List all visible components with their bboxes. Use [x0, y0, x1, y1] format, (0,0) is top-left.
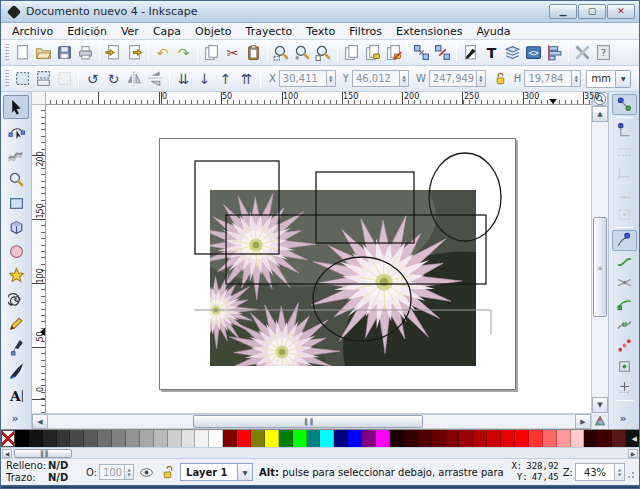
- xml-editor-button[interactable]: <>: [523, 42, 544, 64]
- group-objects-button[interactable]: [411, 42, 432, 64]
- tool-pencil[interactable]: [3, 311, 29, 335]
- palette-swatch-6d6d6d[interactable]: [98, 430, 112, 447]
- drawn-rectangle-1[interactable]: [195, 161, 279, 254]
- lower-to-bottom-button[interactable]: ⇊: [173, 68, 194, 90]
- snap-rotation-center-button[interactable]: [612, 377, 637, 398]
- vscroll-thumb[interactable]: ≡: [593, 217, 607, 317]
- palette-swatch-bababa[interactable]: [154, 430, 168, 447]
- paste-button[interactable]: [243, 42, 264, 64]
- tool-node-editor[interactable]: [3, 119, 29, 143]
- palette-swatch-ffffff[interactable]: [209, 430, 223, 447]
- cut-button[interactable]: ✂: [222, 42, 243, 64]
- toolbox-overflow-button[interactable]: »: [11, 412, 18, 425]
- layer-dropdown-arrow[interactable]: ▼: [238, 463, 253, 481]
- palette-scroll-left-arrow[interactable]: ◀: [2, 449, 12, 458]
- menu-trayecto[interactable]: Trayecto: [239, 24, 300, 39]
- y-spinner[interactable]: ▲▼: [400, 70, 409, 87]
- palette-swatch-800000[interactable]: [446, 430, 460, 447]
- palette-swatch-f1f1f1[interactable]: [195, 430, 209, 447]
- fill-stroke-indicator[interactable]: Relleno: N/D Trazo: N/D: [6, 460, 78, 484]
- x-spinner[interactable]: ▲▼: [327, 70, 336, 87]
- horizontal-ruler[interactable]: 050100150200250300350: [46, 92, 591, 105]
- palette-swatch-e60000[interactable]: [501, 430, 515, 447]
- drawn-ellipse-4[interactable]: [429, 153, 501, 241]
- lower-button[interactable]: ↓: [194, 68, 215, 90]
- raise-button[interactable]: ↑: [215, 68, 236, 90]
- x-input[interactable]: 30,411: [279, 70, 327, 87]
- rotate-cw-button[interactable]: ↻: [103, 68, 124, 90]
- zoom-spinner[interactable]: ▲▼: [615, 463, 625, 481]
- palette-swatch-ff3333[interactable]: [529, 430, 543, 447]
- zoom-control[interactable]: Z: 43% ▲▼: [563, 463, 625, 481]
- menu-objeto[interactable]: Objeto: [188, 24, 239, 39]
- layers-dialog-button[interactable]: [502, 42, 523, 64]
- new-document-button[interactable]: [12, 42, 33, 64]
- palette-swatch-none[interactable]: [1, 430, 15, 447]
- tool-rectangle[interactable]: [3, 191, 29, 215]
- palette-scroll-thumb[interactable]: ▐▐: [14, 449, 72, 458]
- zoom-page-button[interactable]: [313, 42, 334, 64]
- snap-cusp-nodes-button[interactable]: [612, 293, 637, 314]
- tool-bezier-pen[interactable]: [3, 335, 29, 359]
- palette-swatch-5a5a5a[interactable]: [84, 430, 98, 447]
- zoom-selection-button[interactable]: [271, 42, 292, 64]
- palette-swatch-800000[interactable]: [223, 430, 237, 447]
- preferences-button[interactable]: [572, 42, 593, 64]
- palette-swatch-008080[interactable]: [307, 430, 321, 447]
- palette-swatch-ff0000[interactable]: [237, 430, 251, 447]
- maximize-button[interactable]: ▢: [578, 4, 606, 19]
- scroll-up-arrow[interactable]: ▲: [592, 106, 608, 122]
- palette-swatch-400000[interactable]: [598, 430, 612, 447]
- toolbar-grip[interactable]: [5, 70, 9, 88]
- palette-scroll-right-arrow[interactable]: ▶: [628, 449, 638, 458]
- tool-selector[interactable]: [3, 95, 29, 119]
- hscroll-thumb[interactable]: ▐▐: [193, 415, 423, 428]
- menu-capa[interactable]: Capa: [146, 24, 188, 39]
- tool-star[interactable]: [3, 263, 29, 287]
- zoom-input[interactable]: 43%: [575, 463, 615, 481]
- h-spinner[interactable]: ▲▼: [572, 70, 581, 87]
- tool-box-3d[interactable]: [3, 215, 29, 239]
- opacity-control[interactable]: O: 100 ▲▼: [86, 464, 134, 480]
- unlink-clone-button[interactable]: [383, 42, 404, 64]
- vertical-ruler[interactable]: 200150100500: [32, 105, 46, 413]
- palette-swatch-121212[interactable]: [29, 430, 43, 447]
- tool-calligraphy[interactable]: [3, 359, 29, 383]
- palette-swatch-ffcccc[interactable]: [571, 430, 585, 447]
- flip-horizontal-button[interactable]: [124, 68, 145, 90]
- snap-path-intersections-button[interactable]: [612, 272, 637, 293]
- rotate-ccw-button[interactable]: ↺: [82, 68, 103, 90]
- palette-swatch-ffff00[interactable]: [265, 430, 279, 447]
- scroll-right-arrow[interactable]: ▶: [575, 414, 591, 429]
- fill-stroke-dialog-button[interactable]: [460, 42, 481, 64]
- opacity-input[interactable]: 100: [99, 464, 125, 480]
- window-resize-grip[interactable]: [627, 463, 637, 481]
- palette-swatch-008000[interactable]: [279, 430, 293, 447]
- tool-ellipse[interactable]: [3, 239, 29, 263]
- snap-nodes-button[interactable]: [612, 230, 637, 251]
- about-button[interactable]: ?: [593, 42, 614, 64]
- snap-smooth-nodes-button[interactable]: [612, 314, 637, 335]
- create-clone-button[interactable]: [362, 42, 383, 64]
- export-button[interactable]: [124, 42, 145, 64]
- palette-swatch-ff00ff[interactable]: [376, 430, 390, 447]
- tool-tweak[interactable]: [3, 143, 29, 167]
- open-document-button[interactable]: [33, 42, 54, 64]
- scroll-left-arrow[interactable]: ◀: [32, 414, 48, 429]
- vscroll-track[interactable]: ≡: [592, 122, 608, 397]
- palette-swatch-1a0000[interactable]: [390, 430, 404, 447]
- undo-button[interactable]: ↶: [152, 42, 173, 64]
- lock-width-height-ratio-icon[interactable]: [492, 70, 509, 87]
- flip-vertical-button[interactable]: [145, 68, 166, 90]
- palette-swatch-ff0000[interactable]: [515, 430, 529, 447]
- tool-text[interactable]: A: [3, 383, 29, 407]
- snap-object-centers-button[interactable]: [612, 356, 637, 377]
- palette-overflow-arrow[interactable]: ◀: [630, 430, 639, 447]
- menu-ayuda[interactable]: Ayuda: [469, 24, 517, 39]
- palette-swatch-330000[interactable]: [404, 430, 418, 447]
- palette-swatch-00ff00[interactable]: [293, 430, 307, 447]
- layer-lock-icon[interactable]: [159, 464, 176, 481]
- h-input[interactable]: 19,784: [524, 70, 572, 87]
- palette-swatch-cc0000[interactable]: [487, 430, 501, 447]
- palette-swatch-800080[interactable]: [362, 430, 376, 447]
